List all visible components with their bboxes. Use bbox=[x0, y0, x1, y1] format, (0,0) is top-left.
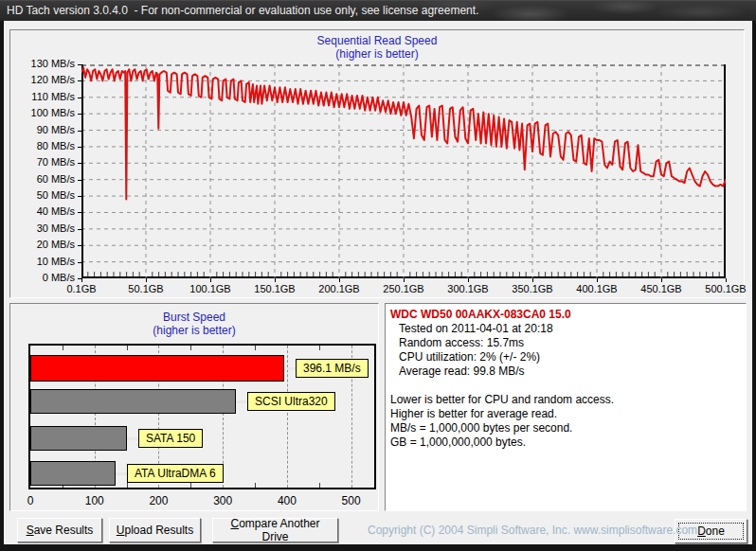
x-tick-mark bbox=[146, 278, 147, 282]
x-tick-mark bbox=[210, 278, 211, 282]
burst-bar-3 bbox=[30, 426, 127, 451]
y-tick-mark bbox=[78, 131, 81, 132]
bar-value-label: ATA UltraDMA 6 bbox=[127, 464, 224, 483]
sequential-read-panel: Sequential Read Speed (higher is better)… bbox=[9, 29, 745, 298]
note-mbs-definition: MB/s = 1,000,000 bytes per second. bbox=[390, 421, 742, 435]
burst-chart-title-line1: Burst Speed bbox=[10, 311, 378, 324]
sequential-plot-area bbox=[81, 64, 726, 278]
burst-chart-title: Burst Speed (higher is better) bbox=[10, 311, 378, 337]
burst-speed-panel: Burst Speed (higher is better) 396.1 MB/… bbox=[9, 303, 379, 511]
y-tick-mark bbox=[78, 262, 81, 263]
x-tick-label: 50.1GB bbox=[128, 283, 163, 294]
x-tick-label: 100.1GB bbox=[189, 283, 230, 294]
x-tick-mark bbox=[597, 278, 598, 282]
x-tick-mark bbox=[468, 278, 469, 282]
x-tick-label: 250.1GB bbox=[383, 283, 423, 294]
burst-x-tick-label: 0 bbox=[27, 494, 34, 507]
y-tick-label: 100 MB/s bbox=[12, 107, 75, 118]
x-tick-label: 200.1GB bbox=[318, 283, 359, 294]
copyright-text: Copyright (C) 2004 Simpli Software, Inc.… bbox=[368, 524, 697, 537]
burst-minor-tick bbox=[255, 346, 256, 350]
y-tick-label: 10 MB/s bbox=[12, 256, 75, 267]
done-label: Done bbox=[697, 524, 725, 538]
hdtach-window: HD Tach version 3.0.4.0 - For non-commer… bbox=[0, 0, 756, 551]
sequential-read-line-chart bbox=[81, 64, 726, 278]
y-tick-label: 50 MB/s bbox=[12, 189, 75, 201]
note-lower-better: Lower is better for CPU and random acces… bbox=[390, 393, 742, 407]
x-tick-mark bbox=[532, 278, 533, 282]
bar-value-label: SCSI Ultra320 bbox=[247, 392, 335, 411]
x-tick-mark bbox=[726, 278, 727, 282]
y-tick-label: 130 MB/s bbox=[12, 58, 75, 69]
save-results-label: Save Results bbox=[27, 524, 94, 537]
upload-results-button[interactable]: Upload Results bbox=[109, 518, 201, 542]
burst-minor-tick bbox=[319, 483, 320, 488]
burst-minor-tick bbox=[63, 346, 63, 350]
sequential-chart-title-line1: Sequential Read Speed bbox=[10, 34, 744, 47]
burst-bar-2 bbox=[30, 389, 236, 414]
y-tick-label: 40 MB/s bbox=[12, 205, 75, 217]
window-title: HD Tach version 3.0.4.0 - For non-commer… bbox=[7, 1, 478, 21]
burst-minor-tick bbox=[190, 346, 191, 350]
y-tick-label: 30 MB/s bbox=[12, 222, 75, 234]
y-tick-label: 20 MB/s bbox=[12, 239, 75, 250]
burst-bar-1 bbox=[30, 355, 284, 382]
bar-label-connector bbox=[284, 367, 296, 370]
note-higher-better: Higher is better for average read. bbox=[390, 407, 742, 421]
save-results-button[interactable]: Save Results bbox=[17, 518, 102, 542]
drive-info-text: WDC WD50 00AAKX-083CA0 15.0 Tested on 20… bbox=[390, 307, 742, 450]
bar-value-label: 396.1 MB/s bbox=[296, 359, 369, 378]
y-tick-label: 70 MB/s bbox=[12, 156, 75, 168]
bar-label-connector bbox=[116, 472, 127, 475]
burst-minor-tick bbox=[319, 346, 320, 350]
y-tick-mark bbox=[78, 212, 81, 213]
compare-another-drive-button[interactable]: Compare Another Drive bbox=[212, 518, 338, 542]
x-tick-mark bbox=[661, 278, 662, 282]
y-tick-label: 90 MB/s bbox=[12, 124, 75, 135]
burst-x-tick-label: 400 bbox=[278, 494, 297, 507]
cpu-utilization-line: CPU utilization: 2% (+/- 2%) bbox=[390, 350, 742, 364]
y-tick-mark bbox=[78, 80, 81, 81]
burst-minor-tick bbox=[127, 483, 128, 488]
x-tick-mark bbox=[275, 278, 276, 282]
tested-on-line: Tested on 2011-04-01 at 20:18 bbox=[390, 322, 742, 336]
x-tick-label: 500.1GB bbox=[705, 283, 746, 294]
drive-name: WDC WD50 00AAKX-083CA0 15.0 bbox=[390, 307, 742, 322]
x-tick-mark bbox=[81, 278, 82, 282]
burst-minor-tick bbox=[127, 346, 128, 350]
y-tick-mark bbox=[78, 180, 81, 181]
y-tick-label: 60 MB/s bbox=[12, 173, 75, 185]
y-tick-mark bbox=[78, 196, 81, 197]
burst-minor-tick bbox=[255, 483, 256, 488]
average-read-line: Average read: 99.8 MB/s bbox=[390, 364, 742, 379]
x-tick-label: 300.1GB bbox=[447, 283, 488, 294]
burst-x-tick-label: 100 bbox=[85, 494, 104, 507]
burst-chart-title-line2: (higher is better) bbox=[10, 324, 378, 337]
random-access-line: Random access: 15.7ms bbox=[390, 336, 742, 350]
y-tick-label: 120 MB/s bbox=[12, 74, 75, 85]
compare-another-drive-label: Compare Another Drive bbox=[219, 517, 332, 543]
burst-minor-tick bbox=[190, 483, 191, 488]
y-tick-mark bbox=[78, 114, 81, 115]
y-tick-label: 0 MB/s bbox=[12, 272, 75, 283]
x-tick-label: 350.1GB bbox=[512, 283, 552, 294]
bar-label-connector bbox=[127, 437, 138, 440]
burst-x-tick-label: 500 bbox=[342, 494, 361, 507]
y-tick-label: 80 MB/s bbox=[12, 140, 75, 151]
title-bar: HD Tach version 3.0.4.0 - For non-commer… bbox=[0, 0, 756, 21]
burst-bar-4 bbox=[30, 461, 116, 486]
x-tick-mark bbox=[404, 278, 405, 282]
y-tick-mark bbox=[78, 229, 81, 230]
bar-value-label: SATA 150 bbox=[138, 429, 203, 448]
drive-info-panel: WDC WD50 00AAKX-083CA0 15.0 Tested on 20… bbox=[385, 303, 747, 511]
client-area: Sequential Read Speed (higher is better)… bbox=[4, 21, 752, 544]
note-gb-definition: GB = 1,000,000,000 bytes. bbox=[390, 435, 742, 450]
burst-x-tick-label: 300 bbox=[213, 494, 232, 507]
y-tick-mark bbox=[78, 163, 81, 164]
y-tick-mark bbox=[78, 245, 81, 246]
y-tick-label: 110 MB/s bbox=[12, 91, 75, 102]
upload-results-label: Upload Results bbox=[117, 524, 193, 537]
x-tick-label: 450.1GB bbox=[640, 283, 681, 294]
burst-x-tick-label: 200 bbox=[149, 494, 168, 507]
x-tick-label: 0.1GB bbox=[66, 283, 96, 294]
